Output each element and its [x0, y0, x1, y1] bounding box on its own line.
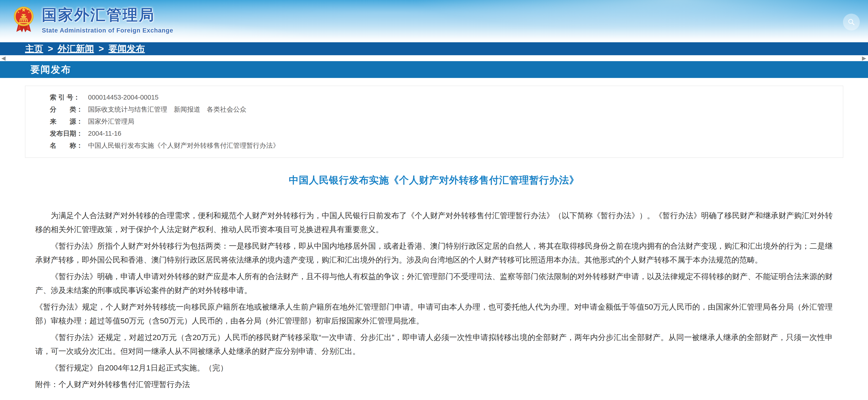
section-bar: 要闻发布 — [0, 61, 868, 78]
article-paragraph: 《暂行办法》所指个人财产对外转移行为包括两类：一是移民财产转移，即从中国内地移居… — [35, 239, 833, 267]
breadcrumb-separator: > — [98, 44, 104, 54]
china-national-emblem-icon — [14, 5, 34, 34]
meta-row-source: 来 源：国家外汇管理局 — [50, 115, 834, 128]
article-paragraph: 《暂行办法》明确，申请人申请对外转移的财产应是本人所有的合法财产，且不得与他人有… — [35, 270, 833, 297]
scroll-strip: ◀ ▶ — [0, 55, 868, 61]
meta-value: 国家外汇管理局 — [88, 118, 134, 125]
meta-box: 索 引 号：000014453-2004-00015 分 类：国际收支统计与结售… — [25, 86, 843, 158]
meta-value: 中国人民银行发布实施《个人财产对外转移售付汇管理暂行办法》 — [88, 142, 279, 149]
meta-label: 名 称： — [50, 139, 87, 152]
org-name-cn: 国家外汇管理局 — [42, 5, 174, 25]
meta-row-index-number: 索 引 号：000014453-2004-00015 — [50, 91, 834, 103]
article-paragraph: 《暂行办法》还规定，对超过20万元（含20万元）人民币的移民财产转移采取“一次申… — [35, 330, 833, 358]
breadcrumb-separator: > — [48, 44, 53, 54]
site-logo[interactable]: 国家外汇管理局 State Administration of Foreign … — [14, 5, 174, 34]
meta-label: 来 源： — [50, 115, 87, 128]
article-paragraph: 《暂行办法》规定，个人财产对外转移统一向移民原户籍所在地或被继承人生前户籍所在地… — [35, 300, 833, 328]
breadcrumb: 主页 > 外汇新闻 > 要闻发布 — [0, 42, 868, 55]
search-button[interactable] — [843, 13, 860, 30]
article-paragraph: 《暂行规定》自2004年12月1日起正式实施。（完） — [35, 361, 833, 375]
org-name-en: State Administration of Foreign Exchange — [42, 27, 174, 34]
meta-row-publish-date: 发布日期：2004-11-16 — [50, 128, 834, 139]
logo-text: 国家外汇管理局 State Administration of Foreign … — [42, 5, 174, 34]
article-attachment-line: 附件：个人财产对外转移售付汇管理暂行办法 — [35, 377, 833, 391]
article-paragraph: 为满足个人合法财产对外转移的合理需求，便利和规范个人财产对外转移行为，中国人民银… — [35, 209, 833, 236]
meta-value: 2004-11-16 — [88, 130, 121, 137]
meta-label: 分 类： — [50, 103, 87, 115]
scroll-right-arrow-icon[interactable]: ▶ — [862, 56, 866, 61]
page: 国家外汇管理局 State Administration of Foreign … — [0, 0, 868, 400]
article-body: 为满足个人合法财产对外转移的合理需求，便利和规范个人财产对外转移行为，中国人民银… — [35, 209, 833, 391]
meta-label: 发布日期： — [50, 128, 87, 139]
breadcrumb-item-home[interactable]: 主页 — [25, 42, 43, 55]
meta-label: 索 引 号： — [50, 91, 87, 103]
article-title: 中国人民银行发布实施《个人财产对外转移售付汇管理暂行办法》 — [50, 174, 818, 187]
content: 索 引 号：000014453-2004-00015 分 类：国际收支统计与结售… — [0, 86, 868, 391]
section-title: 要闻发布 — [30, 63, 71, 76]
breadcrumb-item-forex-news[interactable]: 外汇新闻 — [58, 42, 94, 55]
site-header: 国家外汇管理局 State Administration of Foreign … — [0, 0, 868, 42]
search-icon — [847, 18, 855, 26]
scroll-left-arrow-icon[interactable]: ◀ — [1, 56, 5, 61]
meta-value: 000014453-2004-00015 — [88, 94, 159, 101]
meta-row-category: 分 类：国际收支统计与结售汇管理 新闻报道 各类社会公众 — [50, 103, 834, 115]
meta-value: 国际收支统计与结售汇管理 新闻报道 各类社会公众 — [88, 106, 246, 113]
meta-row-title: 名 称：中国人民银行发布实施《个人财产对外转移售付汇管理暂行办法》 — [50, 139, 834, 152]
breadcrumb-item-news-release[interactable]: 要闻发布 — [108, 42, 145, 55]
